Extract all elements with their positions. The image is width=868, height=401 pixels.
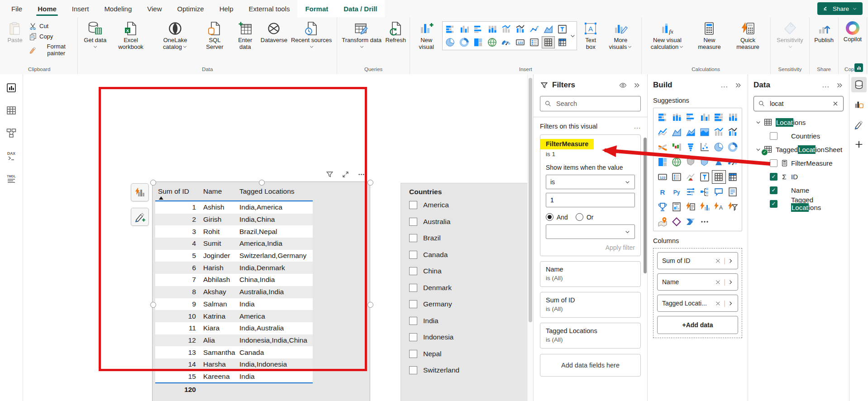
decomp-tree-visual[interactable] bbox=[699, 186, 711, 198]
model-view-icon[interactable] bbox=[6, 128, 17, 138]
resize-handle[interactable] bbox=[150, 302, 156, 308]
area-visual[interactable] bbox=[670, 126, 682, 138]
menu-tab-data-drill[interactable]: Data / Drill bbox=[336, 0, 385, 17]
treemap-visual[interactable] bbox=[656, 156, 668, 168]
filters-search-input[interactable] bbox=[555, 100, 636, 108]
stacked-column-visual[interactable] bbox=[670, 111, 682, 123]
gallery-table-visual[interactable] bbox=[542, 37, 554, 48]
checkbox-unchecked-icon[interactable] bbox=[409, 317, 417, 325]
quick-funnel-visual[interactable] bbox=[727, 201, 739, 213]
format-visual-icon[interactable] bbox=[851, 117, 867, 132]
gallery-matrix-visual[interactable] bbox=[556, 37, 568, 48]
field-node-tagged-locations[interactable]: ✓Tagged Locations bbox=[754, 197, 844, 210]
field-node-countries[interactable]: Countries bbox=[754, 129, 844, 143]
slicer-item-america[interactable]: America bbox=[401, 197, 533, 214]
resize-handle[interactable] bbox=[150, 180, 156, 186]
table-row[interactable]: 13SamanthaCanada bbox=[155, 346, 313, 358]
ribbon-button-excel-workbook[interactable]: XExcel workbook bbox=[110, 19, 152, 50]
ribbon-chart-visual[interactable] bbox=[656, 141, 668, 153]
ribbon-button-enter-data[interactable]: Enter data bbox=[231, 19, 260, 50]
gallery-expand-icon[interactable] bbox=[570, 33, 576, 39]
gallery-line-column-visual[interactable] bbox=[500, 24, 512, 35]
gallery-treemap-visual[interactable] bbox=[472, 37, 484, 48]
quick-card-visual[interactable] bbox=[684, 201, 696, 213]
section-more-options[interactable]: ... bbox=[634, 123, 641, 130]
ribbon-button-publish[interactable]: Publish bbox=[812, 19, 836, 44]
collapse-pane-icon[interactable] bbox=[633, 81, 641, 89]
map-visual[interactable] bbox=[670, 156, 682, 168]
filter-second-operator-select[interactable] bbox=[546, 224, 635, 239]
build-more-options[interactable]: ... bbox=[721, 81, 728, 89]
line-column-visual[interactable] bbox=[713, 126, 725, 138]
ribbon-button-new-visual-calculation[interactable]: fxNew visual calculation bbox=[644, 19, 691, 50]
column-100-visual[interactable] bbox=[727, 111, 739, 123]
clear-search-icon[interactable] bbox=[832, 100, 839, 107]
slicer-item-brazil[interactable]: Brazil bbox=[401, 230, 533, 247]
field-well-tagged-locati[interactable]: Tagged Locati...| bbox=[657, 295, 738, 312]
gallery-scatter-line-visual[interactable] bbox=[528, 24, 540, 35]
filter-card-filtermeasure[interactable]: FilterMeasure is 1 Show items when the v… bbox=[540, 134, 641, 256]
menu-tab-help[interactable]: Help bbox=[212, 0, 241, 17]
gallery-column-100-visual[interactable] bbox=[486, 24, 498, 35]
pie-visual[interactable] bbox=[713, 141, 725, 153]
table-row[interactable]: 9SalmanIndia bbox=[155, 298, 313, 310]
slicer-item-indonesia[interactable]: Indonesia bbox=[401, 329, 533, 346]
field-options-icon[interactable] bbox=[728, 301, 734, 306]
slicer-item-switzerland[interactable]: Switzerland bbox=[401, 362, 533, 379]
slicer-item-germany[interactable]: Germany bbox=[401, 296, 533, 313]
donut-visual[interactable] bbox=[727, 141, 739, 153]
funnel-visual[interactable] bbox=[684, 141, 696, 153]
filter-icon[interactable] bbox=[325, 170, 334, 179]
arcgis-map-visual[interactable] bbox=[656, 216, 668, 228]
checkbox-unchecked-icon[interactable] bbox=[409, 300, 417, 308]
add-visual-icon[interactable] bbox=[851, 137, 867, 152]
table-visual[interactable]: Sum of IDNameTagged Locations1AshishIndi… bbox=[152, 181, 370, 401]
add-data-button[interactable]: +Add data bbox=[657, 316, 738, 334]
kpi-visual[interactable] bbox=[684, 171, 696, 183]
ribbon-button-get-data[interactable]: Get data bbox=[80, 19, 110, 50]
or-radio[interactable] bbox=[576, 213, 583, 221]
ribbon-button-new-visual[interactable]: New visual bbox=[412, 19, 440, 50]
gallery-stacked-bar-visual[interactable] bbox=[444, 24, 456, 35]
field-well-name[interactable]: Name| bbox=[657, 273, 738, 291]
ribbon-button-more-visuals[interactable]: More visuals bbox=[602, 19, 639, 50]
table-node-taggedlocationsheet[interactable]: ✓TaggedLocationSheet bbox=[754, 143, 844, 156]
table-view-icon[interactable] bbox=[6, 105, 17, 116]
power-automate-visual[interactable] bbox=[684, 216, 696, 228]
share-button[interactable]: Share bbox=[817, 2, 863, 15]
table-row[interactable]: 4SumitAmerica,India bbox=[155, 238, 313, 250]
shape-map-visual[interactable] bbox=[699, 156, 711, 168]
filters-search-box[interactable] bbox=[540, 96, 641, 111]
resize-handle[interactable] bbox=[259, 180, 265, 186]
ribbon-button-cut[interactable]: Cut bbox=[28, 22, 74, 30]
filters-pane-scrollbar[interactable] bbox=[644, 138, 647, 273]
field-node-id[interactable]: ✓ΣID bbox=[754, 170, 844, 183]
matrix-visual[interactable] bbox=[727, 171, 739, 183]
gallery-card-visual[interactable]: 123 bbox=[514, 37, 526, 48]
menu-tab-format[interactable]: Format bbox=[297, 0, 336, 17]
table-row[interactable]: 6HarishIndia,Denmark bbox=[155, 262, 313, 274]
table-row[interactable]: 14HarshaIndia,Indonesia bbox=[155, 358, 313, 371]
stacked-bar-visual[interactable] bbox=[656, 111, 668, 123]
menu-tab-insert[interactable]: Insert bbox=[64, 0, 97, 17]
more-options-icon[interactable] bbox=[357, 170, 366, 179]
pane-switcher-top-icon[interactable] bbox=[854, 63, 863, 72]
filter-card-tagged-locations[interactable]: Tagged Locationsis (All) bbox=[540, 323, 641, 348]
field-node-filtermeasure[interactable]: FilterMeasure bbox=[754, 156, 844, 170]
gallery-multirow-card-visual[interactable] bbox=[528, 37, 540, 48]
multirow-card-visual[interactable] bbox=[670, 171, 682, 183]
card-visual[interactable]: 123 bbox=[656, 171, 668, 183]
narrative-visual[interactable] bbox=[727, 186, 739, 198]
gallery-clustered-bar-visual[interactable] bbox=[472, 24, 484, 35]
checkbox-unchecked-icon[interactable] bbox=[409, 350, 417, 358]
field-options-icon[interactable] bbox=[728, 279, 734, 285]
table-row[interactable]: 15KareenaIndia bbox=[155, 371, 313, 383]
add-data-fields-dropzone[interactable]: Add data fields here bbox=[540, 354, 641, 377]
checkbox-unchecked-icon[interactable] bbox=[770, 159, 777, 167]
tmdl-view-icon[interactable]: TMDL bbox=[6, 173, 17, 184]
column-header-tagged-locations[interactable]: Tagged Locations bbox=[239, 186, 313, 200]
table-row[interactable]: 11KiaraIndia,Australia bbox=[155, 322, 313, 334]
quick-bars-visual[interactable] bbox=[699, 201, 711, 213]
report-view-icon[interactable] bbox=[6, 82, 17, 93]
chevron-down-icon[interactable] bbox=[754, 119, 763, 125]
